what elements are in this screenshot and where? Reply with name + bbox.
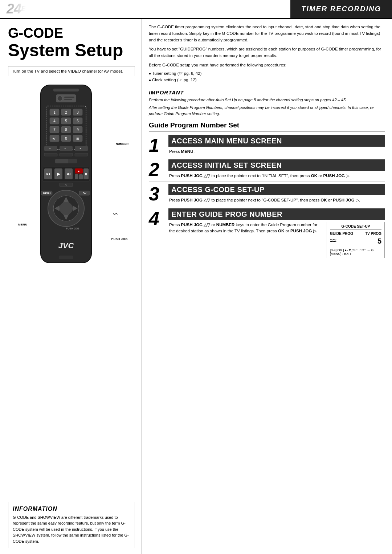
step-1-desc: Press MENU . <box>168 148 385 155</box>
title-line2: System Setup <box>8 41 135 60</box>
svg-text:⏭: ⏭ <box>66 171 71 176</box>
svg-rect-52 <box>79 174 83 179</box>
svg-rect-41 <box>68 159 77 163</box>
intro-para2: You have to set "GUIDEPROG" numbers, whi… <box>149 46 385 59</box>
svg-text:1: 1 <box>53 110 56 114</box>
guide-prog-title: Guide Program Number Set <box>149 121 385 131</box>
title-prefix-text: G- <box>8 25 23 41</box>
header-spacer <box>44 0 290 18</box>
bullet-item-0: Tuner setting (☞ pg. 8, 42) <box>149 70 385 77</box>
svg-point-3 <box>57 96 62 101</box>
important-text2: After setting the Guide Program Numbers,… <box>149 105 385 117</box>
svg-rect-70 <box>59 256 73 259</box>
svg-text:0: 0 <box>65 137 67 140</box>
svg-text:9: 9 <box>77 128 79 132</box>
step-4-inner: Press PUSH JOG △▽ or NUMBER keys to ente… <box>168 222 385 258</box>
svg-text:6: 6 <box>77 119 79 123</box>
panel-bottom: [0-9] OR [▲/▼]:SELECT → ⊙[MENU] : EXIT <box>330 247 381 256</box>
svg-text:2: 2 <box>65 110 67 114</box>
right-column: The G-CODE timer programming system elim… <box>142 19 392 554</box>
label-number: NUMBER <box>116 142 128 146</box>
title-code-text: CODE <box>23 25 63 41</box>
step-4-block: 4 ENTER GUIDE PROG NUMBER Press PUSH JOG… <box>149 208 385 258</box>
page-number: 24EN <box>0 0 44 18</box>
svg-text:+ -: + - <box>79 147 83 150</box>
svg-text:///: /// <box>65 184 67 186</box>
svg-point-67 <box>60 202 73 215</box>
svg-rect-39 <box>75 153 88 156</box>
before-setup-list: Tuner setting (☞ pg. 8, 42) Clock settin… <box>149 70 385 83</box>
svg-rect-4 <box>64 97 74 98</box>
step-1-number: 1 <box>149 136 165 155</box>
step-2-content: ACCESS INITIAL SET SCREEN Press PUSH JOG… <box>168 159 385 179</box>
step-3-number: 3 <box>149 184 165 203</box>
svg-text:●: ● <box>78 170 80 173</box>
svg-text:4: 4 <box>53 119 56 123</box>
right-intro: The G-CODE timer programming system elim… <box>149 24 385 85</box>
step-2-number: 2 <box>149 160 165 179</box>
svg-text:+/-: +/- <box>53 137 57 140</box>
remote-container: NUMBER MENU OK PUSH JOG <box>33 81 110 268</box>
gcode-setup-panel: G-CODE SET-UP GUIDE PROG TV PROG ≈≈ 5 [0… <box>327 222 385 258</box>
svg-rect-38 <box>60 153 73 156</box>
important-block: IMPORTANT Perform the following procedur… <box>149 89 385 117</box>
step-1-heading: ACCESS MAIN MENU SCREEN <box>168 135 385 147</box>
remote-area: NUMBER MENU OK PUSH JOG <box>8 81 135 498</box>
section-title: TIMER RECORDING <box>290 0 392 18</box>
step-4-number: 4 <box>149 209 165 258</box>
svg-rect-5 <box>64 99 72 100</box>
step-3-block: 3 ACCESS G-CODE SET-UP Press PUSH JOG △▽… <box>149 184 385 206</box>
step-3-content: ACCESS G-CODE SET-UP Press PUSH JOG △▽ t… <box>168 184 385 203</box>
panel-title: G-CODE SET-UP <box>330 224 381 230</box>
panel-values: ≈≈ 5 <box>330 237 381 245</box>
step-4-content: ENTER GUIDE PROG NUMBER Press PUSH JOG △… <box>168 208 385 258</box>
svg-text:+ -: + - <box>49 147 53 150</box>
svg-text:7: 7 <box>53 128 56 132</box>
svg-text:5: 5 <box>65 119 67 123</box>
info-box-text: G-CODE and SHOWVIEW are different tradem… <box>13 514 130 545</box>
step-2-heading: ACCESS INITIAL SET SCREEN <box>168 159 385 171</box>
svg-text:⏸: ⏸ <box>84 172 88 176</box>
remote-control-svg: 1 2 3 4 5 6 7 8 <box>33 81 99 266</box>
step-2-block: 2 ACCESS INITIAL SET SCREEN Press PUSH J… <box>149 159 385 182</box>
information-box: INFORMATION G-CODE and SHOWVIEW are diff… <box>8 502 135 549</box>
intro-para1: The G-CODE timer programming system elim… <box>149 24 385 43</box>
step-1-block: 1 ACCESS MAIN MENU SCREEN Press MENU . <box>149 135 385 157</box>
step-2-desc: Press PUSH JOG △▽ to place the pointer n… <box>168 173 385 179</box>
svg-rect-51 <box>75 174 78 179</box>
step-4-desc: Press PUSH JOG △▽ or NUMBER keys to ente… <box>168 222 323 258</box>
step-4-heading: ENTER GUIDE PROG NUMBER <box>168 208 385 220</box>
svg-text:MENU: MENU <box>43 192 51 195</box>
panel-col1: GUIDE PROG <box>330 232 353 236</box>
svg-rect-1 <box>53 89 79 91</box>
svg-text:3: 3 <box>77 110 79 114</box>
step-3-desc: Press PUSH JOG △▽ to place the pointer n… <box>168 197 385 203</box>
panel-number: 5 <box>377 237 381 245</box>
svg-text:PUSH JOG: PUSH JOG <box>66 227 79 230</box>
info-box-title: INFORMATION <box>13 506 130 512</box>
page-suffix: EN <box>21 5 30 13</box>
page-title-block: G-CODE System Setup <box>8 25 135 60</box>
panel-col-headers: GUIDE PROG TV PROG <box>330 232 381 236</box>
left-column: G-CODE System Setup Turn on the TV and s… <box>0 19 142 554</box>
svg-text:+ -: + - <box>64 147 68 150</box>
important-text1: Perform the following procedure after Au… <box>149 97 385 103</box>
svg-rect-37 <box>44 153 57 156</box>
label-menu: MENU <box>18 223 28 226</box>
intro-box: Turn on the TV and select the VIDEO chan… <box>8 66 135 76</box>
label-pushjog: PUSH JOG <box>111 237 128 241</box>
important-title: IMPORTANT <box>149 89 385 95</box>
svg-text:8: 8 <box>65 128 67 132</box>
svg-text:⊞: ⊞ <box>76 137 79 140</box>
step-3-heading: ACCESS G-CODE SET-UP <box>168 184 385 195</box>
panel-zigzag: ≈≈ <box>330 237 336 245</box>
svg-text:⏮: ⏮ <box>46 171 50 176</box>
title-prefix: G-CODE <box>8 25 135 41</box>
svg-text:▶: ▶ <box>57 171 61 176</box>
main-layout: G-CODE System Setup Turn on the TV and s… <box>0 19 392 554</box>
label-ok: OK <box>113 212 118 215</box>
svg-text:JVC: JVC <box>58 241 74 250</box>
svg-text:OK: OK <box>83 192 87 195</box>
page-header: 24EN TIMER RECORDING <box>0 0 392 19</box>
bullet-item-1: Clock setting (☞ pg. 12) <box>149 77 385 83</box>
